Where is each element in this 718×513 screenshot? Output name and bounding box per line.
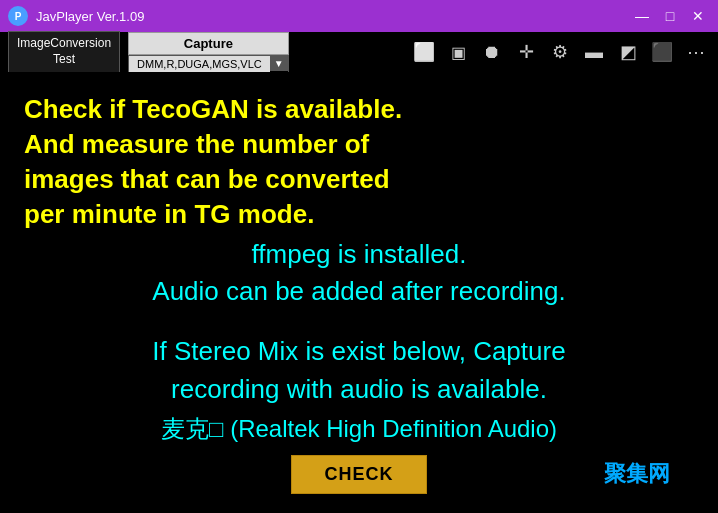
check-button[interactable]: CHECK — [291, 455, 426, 494]
yellow-line-3: images that can be converted — [24, 162, 402, 197]
audio-line: Audio can be added after recording. — [152, 273, 565, 309]
stereo-line-2: recording with audio is available. — [152, 371, 565, 409]
capture-button[interactable]: Capture — [128, 32, 289, 55]
window-title: JavPlayer Ver.1.09 — [36, 9, 630, 24]
camera-icon[interactable]: ⬛ — [648, 38, 676, 66]
toolbar-icons: ⬜ ▣ ⏺ ✛ ⚙ ▬ ◩ ⬛ ⋯ — [410, 38, 710, 66]
gear-icon[interactable]: ⚙ — [546, 38, 574, 66]
window-controls: — □ ✕ — [630, 6, 710, 26]
yellow-line-2: And measure the number of — [24, 127, 402, 162]
stereo-line-1: If Stereo Mix is exist below, Capture — [152, 333, 565, 371]
ffmpeg-text: ffmpeg is installed. — [152, 236, 565, 272]
audio-device-line: 麦克□ (Realtek High Definition Audio) — [161, 413, 557, 445]
main-window: P JavPlayer Ver.1.09 — □ ✕ ImageConversi… — [0, 0, 718, 513]
stereo-section: If Stereo Mix is exist below, Capture re… — [152, 333, 565, 408]
yellow-section: Check if TecoGAN is available. And measu… — [24, 92, 402, 232]
brand-text: 聚集网 — [604, 459, 670, 489]
screen-icon[interactable]: ▬ — [580, 38, 608, 66]
image-conversion-button[interactable]: ImageConversion Test — [8, 31, 120, 72]
dots-icon[interactable]: ⋯ — [682, 38, 710, 66]
yellow-line-4: per minute in TG mode. — [24, 197, 402, 232]
gamepad-icon[interactable]: ✛ — [512, 38, 540, 66]
capture-dropdown-arrow[interactable]: ▼ — [270, 56, 288, 71]
toolbar: ImageConversion Test Capture DMM,R,DUGA,… — [0, 32, 718, 72]
record-icon[interactable]: ⏺ — [478, 38, 506, 66]
phone-icon[interactable]: ▣ — [444, 38, 472, 66]
bottom-bar: CHECK 聚集网 — [24, 445, 694, 506]
main-content: Check if TecoGAN is available. And measu… — [0, 72, 718, 513]
maximize-button[interactable]: □ — [658, 6, 682, 26]
app-icon: P — [8, 6, 28, 26]
ffmpeg-line: ffmpeg is installed. Audio can be added … — [152, 236, 565, 309]
capture-group: Capture DMM,R,DUGA,MGS,VLC ▼ — [128, 32, 289, 73]
capture-dropdown[interactable]: DMM,R,DUGA,MGS,VLC ▼ — [128, 55, 289, 73]
capture-sub-label: DMM,R,DUGA,MGS,VLC — [129, 56, 270, 72]
monitor-icon[interactable]: ⬜ — [410, 38, 438, 66]
yellow-line-1: Check if TecoGAN is available. — [24, 92, 402, 127]
title-bar: P JavPlayer Ver.1.09 — □ ✕ — [0, 0, 718, 32]
minimize-button[interactable]: — — [630, 6, 654, 26]
close-button[interactable]: ✕ — [686, 6, 710, 26]
sound-icon[interactable]: ◩ — [614, 38, 642, 66]
